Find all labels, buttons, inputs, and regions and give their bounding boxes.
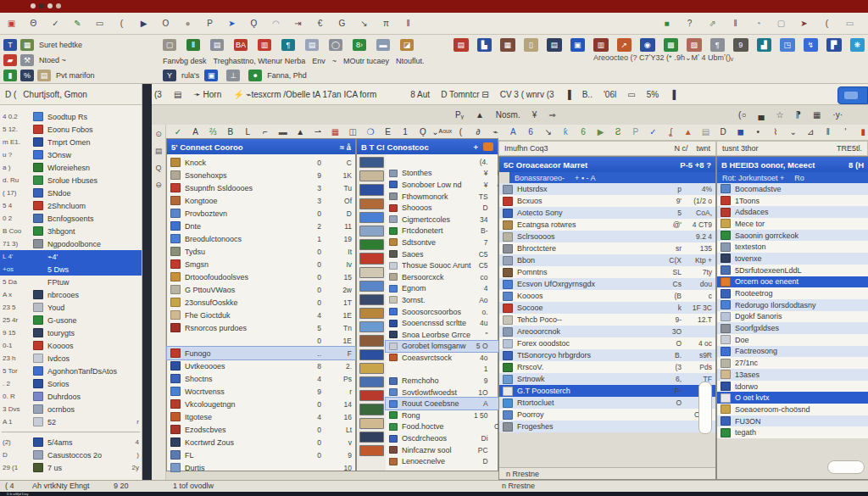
ribbon-icon[interactable]: ▮ [3, 70, 17, 81]
thumbnail[interactable] [359, 390, 384, 401]
breadcrumb-item[interactable]: (3 [154, 90, 162, 99]
list-item[interactable]: Srtnowk 6, TF [499, 373, 715, 385]
ribbon-icon[interactable]: ❋ [850, 38, 865, 52]
ribbon-icon[interactable]: ⚒ [20, 54, 34, 66]
list-item[interactable]: tegath [717, 426, 868, 438]
ribbon-icon[interactable]: ▬ [376, 39, 390, 51]
format-tool-icon[interactable]: 1 [400, 127, 410, 138]
sidebar-item[interactable]: 0-1 Koooos [0, 339, 142, 352]
list-item[interactable]: Aotecto Sony 5 CoA, [499, 207, 715, 219]
ribbon-icon[interactable]: ⊥ [226, 70, 240, 81]
list-item[interactable]: Factreosong [717, 346, 868, 358]
secondary-toolbar-item[interactable]: ·y· [832, 110, 843, 120]
thumbnail[interactable] [359, 212, 384, 223]
pathbar-tool[interactable]: 5% [647, 90, 659, 99]
list-item[interactable]: RrscoV. (3 Pds [499, 361, 715, 373]
thumbnail[interactable] [359, 321, 384, 332]
list-item[interactable]: Forex ooodstoc O 4 oc [499, 337, 715, 349]
sidebar-item[interactable]: d. Ru Srolue Hbuses [0, 174, 142, 187]
sidebar-item[interactable]: A 1 52 r [0, 415, 142, 428]
sidebar-item[interactable]: a ) Wloreiehesn [0, 161, 142, 174]
sidebar-item[interactable]: 5 4 2Shncluom [0, 199, 142, 212]
window-title-controls[interactable]: + [473, 142, 478, 152]
secondary-toolbar-item[interactable]: ▄ [758, 110, 764, 120]
toolbar-icon[interactable]: ? [683, 19, 696, 30]
list-item[interactable]: FL 0 9 [167, 449, 355, 461]
scrollbar-thumb[interactable] [698, 382, 712, 434]
toolbar-icon[interactable]: G [336, 18, 348, 29]
thumbnail[interactable] [359, 239, 384, 250]
list-item[interactable]: Kongtooe 3 Of [167, 194, 355, 207]
toolbar-icon[interactable]: ● [181, 18, 194, 29]
format-tool-icon[interactable]: ⇀ [313, 127, 323, 138]
list-item[interactable]: Poorroy O+13 [499, 409, 715, 421]
ribbon-label[interactable]: Ntoed ~ [39, 56, 66, 64]
list-item[interactable]: 23onsufOoskke 0 1T [167, 296, 355, 309]
list-item[interactable]: Ssupntfn Ssldoooes 3 Tu [167, 181, 355, 194]
format-tool-icon[interactable]: Ƨ [613, 127, 623, 138]
toolbar-icon[interactable]: ◔ [752, 19, 765, 30]
sidebar-item[interactable]: A x nbrcooes [0, 288, 142, 301]
window-title-controls[interactable]: P-5 +8 ? [680, 160, 711, 170]
window-title-icon[interactable] [483, 142, 493, 151]
format-tool-icon[interactable]: ⊿ [805, 127, 815, 138]
ribbon-icon[interactable]: Ⅱ [186, 39, 200, 51]
list-item[interactable]: Doe [717, 334, 868, 346]
format-tool-icon[interactable]: B [225, 127, 236, 138]
ribbon-icon[interactable]: 8› [353, 39, 366, 51]
secondary-toolbar-item[interactable]: Nosm. [496, 110, 520, 120]
sidebar-item[interactable]: 4 0.2 Soodtup Rs [0, 110, 142, 123]
format-tool-icon[interactable]: ( [456, 127, 466, 138]
format-tool-icon[interactable]: ∂ [473, 127, 483, 138]
format-tool-icon[interactable]: L [243, 127, 253, 138]
sidebar-item[interactable]: 23 h Ivdcos [0, 352, 142, 365]
format-tool-icon[interactable]: E [383, 127, 393, 138]
toolbar-icon[interactable]: ▭ [93, 18, 106, 29]
panel-splitter[interactable] [142, 84, 152, 496]
toolbar-icon[interactable]: O [159, 18, 172, 29]
ribbon-icon[interactable]: ▨ [687, 38, 702, 52]
toolbar-icon[interactable]: Ǫ [248, 18, 260, 29]
format-tool-icon[interactable]: ▦ [331, 127, 341, 138]
list-item[interactable]: Redorugo Ilorsdodtasny [717, 299, 868, 311]
secondary-toolbar-item[interactable]: ▦ [813, 110, 821, 120]
thumbnail[interactable] [359, 335, 384, 346]
thumbnail[interactable] [359, 349, 384, 360]
sidebar-item[interactable]: m E1. Tmprt Omen [0, 136, 142, 148]
toolbar-icon[interactable]: P [203, 18, 216, 29]
thumbnail[interactable] [359, 253, 384, 264]
list-item[interactable]: O oet kvtx [717, 392, 868, 404]
thumbnail[interactable] [359, 363, 384, 374]
list-item[interactable]: Tydsu 0 It [167, 245, 355, 258]
thumbnail[interactable] [359, 404, 384, 415]
list-item[interactable]: Provboztevn 0 D [167, 207, 355, 220]
thumbnail[interactable] [359, 418, 384, 429]
format-tool-icon[interactable]: ▮ [858, 127, 868, 138]
breadcrumb-item[interactable]: ▤ [174, 90, 181, 99]
panel-toggle-button[interactable] [837, 86, 868, 104]
ribbon-label[interactable]: Fanna, Phd [267, 71, 307, 80]
ribbon-icon[interactable]: ▤ [305, 39, 319, 51]
toolbar-icon[interactable]: ( [115, 18, 128, 29]
ribbon-icon[interactable]: 9 [733, 38, 748, 52]
list-item[interactable]: Kocrtwrd Zous 0 v [167, 436, 355, 449]
list-item[interactable]: Rtortocluet O 5. [499, 397, 715, 409]
list-item[interactable]: 0 1E [167, 334, 355, 347]
pathbar-tool[interactable]: ▐ [565, 90, 571, 99]
vertical-tool-icon[interactable]: ⊙ [155, 130, 162, 138]
list-item[interactable]: Breodulctonoocs 1 19 [167, 232, 355, 245]
ribbon-label[interactable]: rula's [181, 71, 199, 80]
ribbon-command-label[interactable]: ~ [332, 57, 337, 65]
format-tool-icon[interactable]: ▲ [295, 127, 305, 138]
list-item[interactable]: 13ases [717, 369, 868, 381]
secondary-toolbar-item[interactable]: Pᵧ [455, 110, 464, 120]
toolbar-icon[interactable]: ✓ [49, 18, 62, 29]
sidebar-item[interactable]: 5 12. Eoonu Fobos [0, 123, 142, 136]
window-oroaceacor-titlebar[interactable]: 5C Oroaceacor Marret P-5 +8 ? [499, 157, 715, 172]
list-item[interactable]: texteston [717, 241, 868, 253]
thumbnail[interactable] [359, 281, 384, 292]
thumbnail[interactable] [359, 294, 384, 305]
list-item[interactable]: Dgokf 5anoris [717, 311, 868, 323]
pathbar-tool[interactable]: ▐ [670, 90, 676, 99]
toolbar-icon[interactable]: ‖ [402, 18, 415, 29]
